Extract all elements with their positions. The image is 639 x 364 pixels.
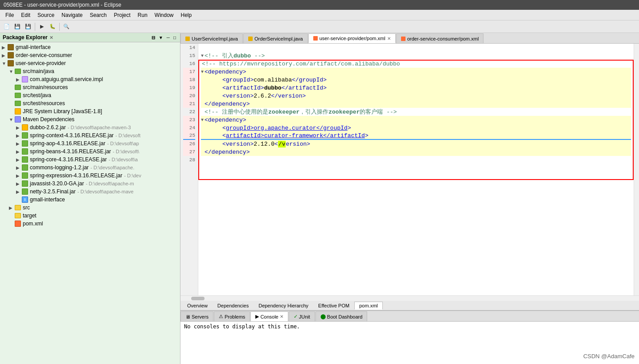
explorer-close-icon[interactable]: ✕	[49, 35, 53, 40]
tree-item-gmall-if[interactable]: I gmall-interface	[0, 196, 180, 204]
toolbar-save-all[interactable]: 💾	[23, 22, 33, 32]
xml-tab-overview[interactable]: Overview	[182, 302, 213, 310]
tag-25a: <	[222, 132, 226, 139]
label-src-main-java: src/main/java	[23, 68, 54, 74]
toolbar-save[interactable]: 💾	[12, 22, 22, 32]
tab-console[interactable]: ▶ Console ✕	[250, 311, 288, 321]
xml-tab-effective-pom[interactable]: Effective POM	[313, 302, 354, 310]
tab-problems[interactable]: ⚠ Problems	[214, 311, 250, 321]
tree-item-src-main-res[interactable]: src/main/resources	[0, 83, 180, 91]
icon-target	[14, 212, 21, 219]
ln-20: 20	[183, 92, 195, 100]
menu-navigate[interactable]: Navigate	[58, 11, 86, 19]
tree-item-user-provider[interactable]: ▼ user-service-provider	[0, 59, 180, 67]
icon-spring-expr	[21, 172, 29, 179]
explorer-max-icon[interactable]: □	[172, 35, 177, 41]
fold-17[interactable]: ▼	[201, 70, 204, 74]
menu-window[interactable]: Window	[151, 11, 177, 19]
xml-tab-dep-hierarchy[interactable]: Dependency Hierarchy	[254, 302, 313, 310]
ln-25: 25	[183, 132, 195, 140]
menu-search[interactable]: Search	[86, 11, 110, 19]
tree-item-commons-logging[interactable]: ▶ commons-logging-1.2.jar - D:\devsoft\a…	[0, 164, 180, 172]
explorer-menu-icon[interactable]: ▼	[157, 35, 164, 41]
fold-15[interactable]: ▼	[201, 53, 204, 58]
tree-item-src-test-java[interactable]: src/test/java	[0, 91, 180, 99]
tree-item-package[interactable]: ▶ com.atguigu.gmall.service.impl	[0, 75, 180, 83]
tab-user-service-impl[interactable]: UserServiceImpl.java	[180, 33, 243, 43]
tree-item-gmall-interface[interactable]: ▶ gmall-interface	[0, 43, 180, 51]
tab-icon-user-service-impl	[185, 37, 190, 41]
tab-boot-dashboard[interactable]: ⬤ Boot Dashboard	[315, 311, 368, 321]
h-scroll-thumb[interactable]	[191, 297, 205, 300]
toolbar-search[interactable]: 🔍	[61, 22, 71, 32]
arrow-package: ▶	[16, 77, 21, 82]
editor-scrollbar[interactable]	[634, 44, 639, 295]
fold-23[interactable]: ▼	[201, 118, 204, 123]
explorer-collapse-icon[interactable]: ⊟	[150, 35, 156, 41]
menu-run[interactable]: Run	[134, 11, 151, 19]
icon-spring-aop	[21, 140, 29, 147]
label-spring-beans: spring-beans-4.3.16.RELEASE.jar	[30, 148, 111, 155]
tree-item-spring-beans[interactable]: ▶ spring-beans-4.3.16.RELEASE.jar - D:\d…	[0, 147, 180, 155]
tab-pom-xml-order[interactable]: order-service-consumer/pom.xml	[396, 33, 484, 43]
ln-16: 16	[183, 60, 195, 68]
bottom-panel: 🖥 Servers ⚠ Problems ▶ Console ✕ ✓ JUnit	[180, 311, 639, 364]
tab-order-service-impl[interactable]: OrderServiceImpl.java	[243, 33, 308, 43]
close-console[interactable]: ✕	[280, 314, 283, 319]
tree-item-target[interactable]: target	[0, 212, 180, 220]
icon-boot-dashboard: ⬤	[320, 314, 326, 319]
sublabel-spring-expr: - D:\dev	[124, 173, 141, 178]
explorer-content[interactable]: ▶ gmall-interface ▶ order-service-consum…	[0, 42, 180, 364]
code-line-22: ▼ <!-- 注册中心使用的是zookeeper，引入操作zookeeper的客…	[201, 108, 631, 116]
explorer-min-icon[interactable]: ─	[165, 35, 171, 41]
tree-item-jre[interactable]: JRE System Library [JavaSE-1.8]	[0, 107, 180, 115]
xml-tab-pom-xml[interactable]: pom.xml	[354, 302, 383, 310]
tree-item-spring-expr[interactable]: ▶ spring-expression-4.3.16.RELEASE.jar -…	[0, 172, 180, 180]
label-user-provider: user-service-provider	[16, 60, 66, 66]
tab-servers[interactable]: 🖥 Servers	[180, 311, 213, 321]
tree-item-dubbo-jar[interactable]: ▶ dubbo-2.6.2.jar - D:\devsoft\apache-ma…	[0, 123, 180, 131]
tree-item-pom-xml[interactable]: pom.xml	[0, 220, 180, 228]
toolbar-debug[interactable]: 🐛	[48, 22, 57, 32]
tree-item-src-test-res[interactable]: src/test/resources	[0, 99, 180, 107]
icon-spring-beans	[21, 148, 29, 155]
tree-item-netty[interactable]: ▶ netty-3.2.5.Final.jar - D:\devsoft\apa…	[0, 188, 180, 196]
tree-item-maven-deps[interactable]: ▼ Maven Dependencies	[0, 115, 180, 123]
link-24[interactable]: groupId>org.apache.curator</groupId	[226, 125, 348, 131]
toolbar-new[interactable]: 📄	[2, 22, 12, 32]
arrow-user-provider: ▼	[2, 61, 7, 66]
menu-source[interactable]: Source	[34, 11, 58, 19]
tab-icon-pom-xml-order	[401, 37, 406, 41]
tree-item-spring-aop[interactable]: ▶ spring-aop-4.3.16.RELEASE.jar - D:\dev…	[0, 139, 180, 147]
tree-item-src-main-java[interactable]: ▼ src/main/java	[0, 67, 180, 75]
icon-gmall-if: I	[21, 196, 29, 203]
text-26: 2.12.0	[254, 141, 274, 147]
tree-item-javassist[interactable]: ▶ javassist-3.20.0-GA.jar - D:\devsoft\a…	[0, 180, 180, 188]
arrow-spring-expr: ▶	[16, 173, 21, 178]
code-editor[interactable]: 14 15 16 17 18 19 20 21 22 23 24 25 26 2…	[180, 44, 639, 295]
tab-pom-xml-user[interactable]: user-service-provider/pom.xml ✕	[308, 33, 396, 43]
toolbar-run[interactable]: ▶	[37, 22, 47, 32]
text-19: dubbo	[264, 85, 282, 91]
code-line-26: ▼ <version>2.12.0</version>	[201, 140, 631, 148]
code-content[interactable]: ▼ <!-- 引入dubbo --> <!-- https://mvnrepos…	[198, 44, 634, 295]
console-content: No consoles to display at this time.	[180, 322, 639, 364]
title-bar: 0508EE - user-service-provider/pom.xml -…	[0, 0, 639, 10]
code-line-25: ▼ <artifactId>curator-framework</artifac…	[201, 132, 631, 140]
menu-file[interactable]: File	[2, 11, 17, 19]
menu-help[interactable]: Help	[177, 11, 196, 19]
tree-item-spring-context[interactable]: ▶ spring-context-4.3.16.RELEASE.jar - D:…	[0, 131, 180, 139]
tree-item-src[interactable]: ▶ src	[0, 204, 180, 212]
menu-edit[interactable]: Edit	[17, 11, 34, 19]
tree-item-spring-core[interactable]: ▶ spring-core-4.3.16.RELEASE.jar - D:\de…	[0, 155, 180, 164]
main-layout: Package Explorer ✕ ⊟ ▼ ─ □ ▶ gmall-inter…	[0, 33, 639, 364]
menu-project[interactable]: Project	[110, 11, 134, 19]
tab-junit[interactable]: ✓ JUnit	[289, 311, 315, 321]
tree-item-order-consumer[interactable]: ▶ order-service-consumer	[0, 51, 180, 59]
link-25[interactable]: artifactId>curator-framework</artifactId	[226, 132, 365, 139]
arrow-spring-beans: ▶	[16, 149, 21, 154]
tab-close-pom-xml-user[interactable]: ✕	[387, 36, 391, 41]
right-panel: UserServiceImpl.java OrderServiceImpl.ja…	[180, 33, 639, 364]
xml-tab-dependencies[interactable]: Dependencies	[213, 302, 254, 310]
horizontal-scrollbar[interactable]	[180, 295, 639, 301]
